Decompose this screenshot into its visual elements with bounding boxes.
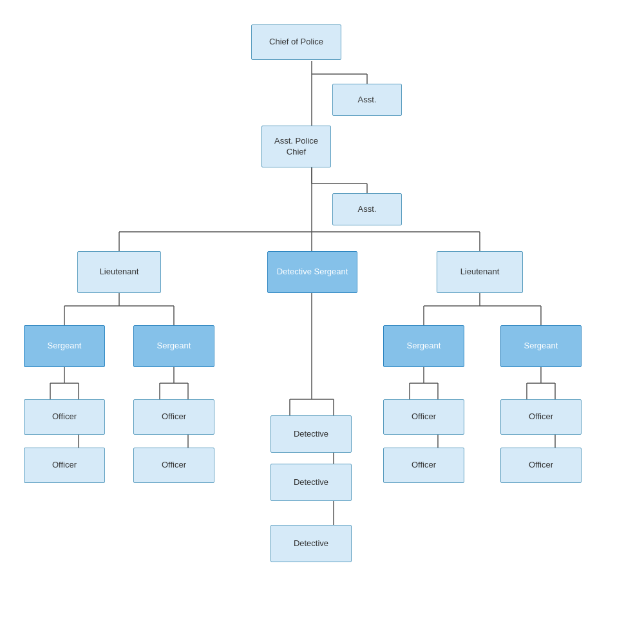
lt1-box: Lieutenant xyxy=(77,251,161,293)
asst-chief-box: Asst. Police Chief xyxy=(261,126,331,167)
asst2-box: Asst. xyxy=(332,193,402,225)
off8-box: Officer xyxy=(500,448,582,483)
off5-box: Officer xyxy=(383,399,464,435)
off7-box: Officer xyxy=(500,399,582,435)
org-chart: Chief of Police Asst. Asst. Police Chief… xyxy=(0,0,644,644)
off2-box: Officer xyxy=(24,448,105,483)
chief-box: Chief of Police xyxy=(251,24,341,60)
sgt4-box: Sergeant xyxy=(500,325,582,367)
sgt3-box: Sergeant xyxy=(383,325,464,367)
lt2-box: Lieutenant xyxy=(437,251,523,293)
asst1-box: Asst. xyxy=(332,84,402,116)
off4-box: Officer xyxy=(133,448,214,483)
off3-box: Officer xyxy=(133,399,214,435)
off1-box: Officer xyxy=(24,399,105,435)
det2-box: Detective xyxy=(270,464,352,501)
sgt2-box: Sergeant xyxy=(133,325,214,367)
det1-box: Detective xyxy=(270,415,352,453)
sgt1-box: Sergeant xyxy=(24,325,105,367)
det-sgt-box: Detective Sergeant xyxy=(267,251,357,293)
off6-box: Officer xyxy=(383,448,464,483)
det3-box: Detective xyxy=(270,525,352,562)
